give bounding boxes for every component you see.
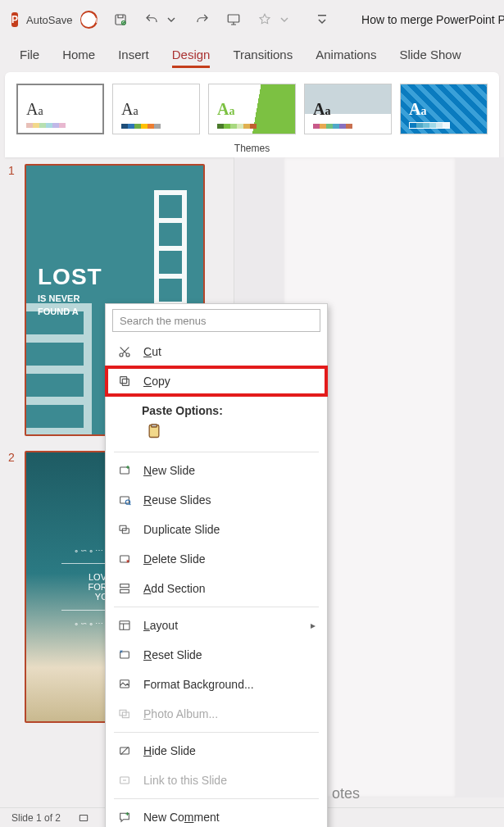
- theme-thumb-4[interactable]: Aa: [304, 84, 392, 134]
- ctx-delete-slide[interactable]: Delete Slide: [106, 544, 327, 574]
- svg-point-5: [126, 353, 129, 357]
- undo-dropdown-icon[interactable]: [163, 11, 179, 28]
- svg-rect-16: [120, 584, 129, 588]
- themes-gallery: Aa Aa Aa Aa Aa: [16, 84, 488, 134]
- tab-home[interactable]: Home: [62, 48, 95, 61]
- duplicate-slide-icon: [117, 522, 132, 537]
- slide-number: 1: [8, 164, 18, 436]
- svg-point-4: [120, 353, 123, 357]
- paste-use-destination-theme[interactable]: [142, 419, 166, 443]
- theme-thumb-3[interactable]: Aa: [208, 84, 296, 134]
- link-icon: [117, 773, 132, 788]
- theme-thumb-5[interactable]: Aa: [400, 84, 488, 134]
- svg-rect-19: [120, 652, 129, 658]
- tab-transitions[interactable]: Transitions: [233, 48, 293, 61]
- tab-design[interactable]: Design: [172, 48, 211, 68]
- present-icon[interactable]: [225, 11, 242, 28]
- slide-number: 2: [8, 451, 18, 723]
- theme-thumb-2[interactable]: Aa: [112, 84, 200, 134]
- cut-icon: [117, 344, 132, 359]
- context-menu: Search the menus Cut Copy Paste Options:…: [105, 303, 328, 827]
- slide1-line1: IS NEVER: [38, 293, 102, 303]
- ctx-reuse-slides[interactable]: Reuse Slides: [106, 485, 327, 515]
- slide-counter: Slide 1 of 2: [11, 812, 61, 824]
- theme-thumb-1[interactable]: Aa: [16, 84, 104, 134]
- svg-rect-22: [122, 712, 129, 718]
- svg-rect-17: [120, 589, 129, 593]
- delete-slide-icon: [117, 552, 132, 566]
- save-icon[interactable]: [112, 11, 129, 28]
- autosave-toggle[interactable]: On: [80, 11, 98, 29]
- ctx-link-label: Link to this Slide: [143, 774, 227, 787]
- ctx-format-background[interactable]: Format Background...: [106, 670, 327, 699]
- qat-overflow-icon[interactable]: [314, 11, 330, 28]
- svg-rect-3: [318, 15, 326, 16]
- star-icon[interactable]: [257, 11, 273, 28]
- reuse-slides-icon: [117, 493, 132, 507]
- svg-rect-25: [79, 815, 87, 820]
- tab-file[interactable]: File: [20, 48, 39, 61]
- ctx-reset-slide[interactable]: Reset Slide: [106, 640, 327, 670]
- themes-group-label: Themes: [16, 143, 488, 154]
- star-dropdown-icon[interactable]: [276, 11, 293, 28]
- reset-slide-icon: [117, 648, 132, 662]
- ctx-copy[interactable]: Copy: [106, 366, 327, 396]
- svg-rect-9: [152, 425, 157, 427]
- ctx-format-bg-label: Format Background...: [143, 678, 254, 691]
- svg-rect-6: [122, 379, 129, 385]
- slide1-line2: FOUND A: [38, 307, 102, 316]
- document-title: How to merge PowerPoint P: [361, 13, 504, 26]
- tab-insert[interactable]: Insert: [118, 48, 149, 61]
- ctx-cut[interactable]: Cut: [106, 337, 327, 366]
- photo-album-icon: [117, 707, 132, 721]
- undo-icon[interactable]: [143, 11, 160, 28]
- svg-rect-21: [120, 710, 126, 716]
- redo-icon[interactable]: [194, 11, 211, 28]
- tab-animations[interactable]: Animations: [316, 48, 376, 61]
- hide-slide-icon: [117, 743, 132, 758]
- notes-partial: otes: [332, 785, 360, 802]
- new-comment-icon: [117, 810, 132, 825]
- copy-icon: [117, 374, 132, 389]
- ctx-new-comment[interactable]: New Comment: [106, 802, 327, 827]
- ctx-new-slide[interactable]: New Slide: [106, 456, 327, 485]
- search-placeholder: Search the menus: [120, 315, 207, 327]
- svg-rect-18: [120, 621, 129, 630]
- accessibility-icon[interactable]: [75, 810, 92, 826]
- ctx-layout[interactable]: Layout ▸: [106, 611, 327, 640]
- add-section-icon: [117, 581, 132, 596]
- ctx-hide-slide[interactable]: Hide Slide: [106, 736, 327, 766]
- ribbon-panel: Aa Aa Aa Aa Aa Themes: [5, 72, 499, 157]
- ctx-duplicate-label: Duplicate Slide: [143, 523, 220, 536]
- format-background-icon: [117, 677, 132, 692]
- ctx-paste-options-header: Paste Options:: [106, 396, 327, 419]
- tab-slideshow[interactable]: Slide Show: [399, 48, 461, 61]
- title-bar: P AutoSave On How to merge PowerPoint P: [0, 0, 504, 39]
- slide1-title: LOST: [38, 264, 102, 290]
- toggle-label: On: [85, 15, 98, 25]
- ctx-link-to-slide: Link to this Slide: [106, 766, 327, 795]
- ctx-photo-album: Photo Album...: [106, 699, 327, 729]
- chevron-right-icon: ▸: [311, 620, 316, 631]
- svg-rect-7: [120, 377, 127, 384]
- ctx-add-section[interactable]: Add Section: [106, 574, 327, 603]
- ribbon-tabs: File Home Insert Design Transitions Anim…: [0, 39, 504, 69]
- app-icon: P: [11, 12, 18, 27]
- context-menu-search[interactable]: Search the menus: [112, 309, 320, 332]
- svg-rect-2: [228, 15, 239, 22]
- ctx-duplicate-slide[interactable]: Duplicate Slide: [106, 515, 327, 544]
- autosave-label: AutoSave: [26, 14, 72, 26]
- layout-icon: [117, 618, 132, 633]
- new-slide-icon: [117, 463, 132, 478]
